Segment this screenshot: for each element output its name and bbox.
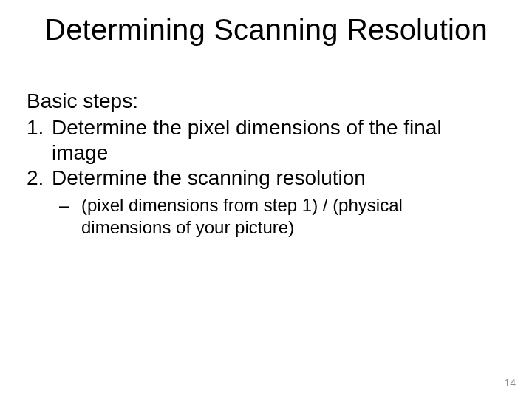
dash-bullet: –: [59, 194, 81, 216]
list-number: 1.: [27, 115, 52, 140]
list-item: 1. Determine the pixel dimensions of the…: [27, 115, 497, 166]
list-number: 2.: [27, 166, 52, 191]
page-number: 14: [504, 377, 516, 389]
list-text: Determine the scanning resolution: [52, 166, 497, 191]
sub-list: – (pixel dimensions from step 1) / (phys…: [27, 194, 497, 239]
slide: Determining Scanning Resolution Basic st…: [0, 0, 532, 399]
intro-text: Basic steps:: [27, 89, 497, 114]
sub-text: (pixel dimensions from step 1) / (physic…: [81, 194, 497, 239]
list-item: 2. Determine the scanning resolution: [27, 166, 497, 191]
numbered-list: 1. Determine the pixel dimensions of the…: [27, 115, 497, 191]
list-text: Determine the pixel dimensions of the fi…: [52, 115, 497, 166]
sub-item: – (pixel dimensions from step 1) / (phys…: [59, 194, 497, 239]
slide-body: Basic steps: 1. Determine the pixel dime…: [27, 89, 497, 239]
slide-title: Determining Scanning Resolution: [0, 13, 532, 47]
